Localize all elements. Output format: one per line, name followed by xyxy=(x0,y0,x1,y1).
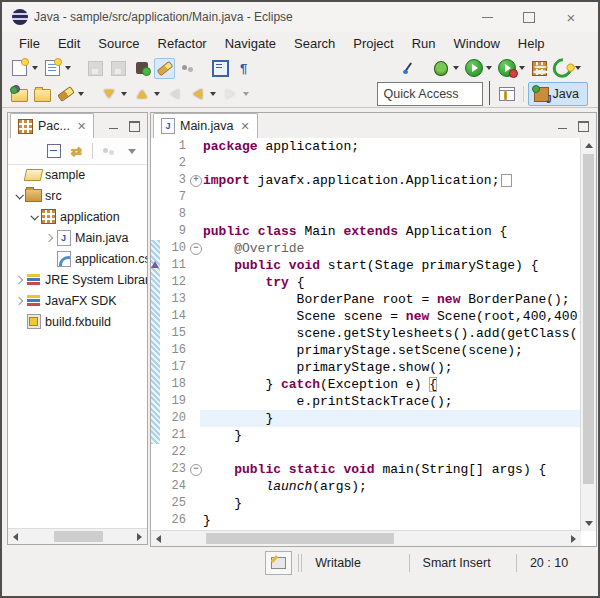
scroll-down-icon[interactable] xyxy=(581,516,596,531)
editor-minimize-button[interactable] xyxy=(558,122,570,132)
show-selected-element-button[interactable] xyxy=(210,58,231,79)
code-line-25[interactable]: 25 } xyxy=(151,495,581,512)
editor-horizontal-scrollbar[interactable] xyxy=(151,530,581,546)
code-line-15[interactable]: 15 scene.getStylesheets().add(getClass( xyxy=(151,325,581,342)
show-whitespace-button[interactable]: ¶ xyxy=(233,58,254,79)
fold-expanded-icon[interactable]: − xyxy=(190,464,202,476)
external-tools-dropdown-icon[interactable] xyxy=(575,66,581,70)
code-line-19[interactable]: 19 e.printStackTrace(); xyxy=(151,393,581,410)
new-dropdown-icon[interactable] xyxy=(32,66,38,70)
close-button[interactable]: × xyxy=(562,8,580,26)
code-line-14[interactable]: 14 Scene scene = new Scene(root,400,400)… xyxy=(151,308,581,325)
code-line-8[interactable]: 8 xyxy=(151,206,581,223)
code-area[interactable]: 1package application;23+import javafx.ap… xyxy=(151,138,581,531)
editor-scroll-thumb[interactable] xyxy=(206,533,394,544)
open-perspective-button[interactable] xyxy=(497,84,518,105)
collapse-all-button[interactable] xyxy=(43,141,64,162)
save-button[interactable] xyxy=(85,58,106,79)
line-number[interactable]: 11 xyxy=(160,257,189,274)
tab-package-explorer[interactable]: Pac... ✕ xyxy=(10,113,94,138)
code-line-3[interactable]: 3+import javafx.application.Application; xyxy=(151,172,581,189)
editor-scroll-right-icon[interactable] xyxy=(566,531,581,546)
new-wizard-button[interactable] xyxy=(42,58,63,79)
line-number[interactable]: 23 xyxy=(160,461,189,478)
menu-help[interactable]: Help xyxy=(509,34,554,53)
line-number[interactable]: 10 xyxy=(160,240,189,257)
tree-expander-icon[interactable] xyxy=(12,193,25,199)
code-line-13[interactable]: 13 BorderPane root = new BorderPane(); xyxy=(151,291,581,308)
tree-expander-icon[interactable] xyxy=(12,277,25,283)
tree-item-jre-system-library[interactable]: JRE System Library xyxy=(8,269,147,290)
fold-toggle[interactable]: + xyxy=(189,172,203,189)
line-number[interactable]: 9 xyxy=(160,223,189,240)
save-all-button[interactable] xyxy=(108,58,129,79)
scroll-up-icon[interactable] xyxy=(581,138,596,153)
line-number[interactable]: 18 xyxy=(160,376,189,393)
line-number[interactable]: 25 xyxy=(160,495,189,512)
menu-search[interactable]: Search xyxy=(285,34,344,53)
menu-navigate[interactable]: Navigate xyxy=(216,34,285,53)
tree-item-sample[interactable]: sample xyxy=(8,164,147,185)
menu-window[interactable]: Window xyxy=(445,34,509,53)
forward-button[interactable] xyxy=(220,84,241,105)
tab-close-icon[interactable]: ✕ xyxy=(77,120,86,133)
line-number[interactable]: 8 xyxy=(160,206,189,223)
tree-expander-icon[interactable] xyxy=(42,235,55,241)
tree-item-application[interactable]: application xyxy=(8,206,147,227)
code-line-11[interactable]: 11 public void start(Stage primaryStage)… xyxy=(151,257,581,274)
code-line-2[interactable]: 2 xyxy=(151,155,581,172)
next-annotation-button[interactable] xyxy=(98,84,119,105)
line-number[interactable]: 3 xyxy=(160,172,189,189)
previous-annotation-button[interactable] xyxy=(131,84,152,105)
code-line-12[interactable]: 12 try { xyxy=(151,274,581,291)
search-button[interactable] xyxy=(55,84,76,105)
code-line-22[interactable]: 22 xyxy=(151,444,581,461)
editor-vertical-scrollbar[interactable] xyxy=(580,138,596,531)
code-line-16[interactable]: 16 primaryStage.setScene(scene); xyxy=(151,342,581,359)
fold-expanded-icon[interactable]: − xyxy=(190,243,202,255)
line-number[interactable]: 17 xyxy=(160,359,189,376)
line-number[interactable]: 14 xyxy=(160,308,189,325)
menu-file[interactable]: File xyxy=(10,34,49,53)
external-tools-button[interactable] xyxy=(552,58,573,79)
tree-expander-icon[interactable] xyxy=(27,214,40,220)
line-number[interactable]: 22 xyxy=(160,444,189,461)
run-button[interactable] xyxy=(463,58,484,79)
line-number[interactable]: 19 xyxy=(160,393,189,410)
new-java-package-button[interactable] xyxy=(529,58,550,79)
last-edit-location-button[interactable] xyxy=(164,84,185,105)
line-number[interactable]: 7 xyxy=(160,189,189,206)
line-number[interactable]: 26 xyxy=(160,512,189,529)
code-line-24[interactable]: 24 launch(args); xyxy=(151,478,581,495)
menu-edit[interactable]: Edit xyxy=(49,34,89,53)
line-number[interactable]: 13 xyxy=(160,291,189,308)
tree-item-main-java[interactable]: JMain.java xyxy=(8,227,147,248)
open-type-button[interactable] xyxy=(9,84,30,105)
code-line-17[interactable]: 17 primaryStage.show(); xyxy=(151,359,581,376)
line-number[interactable]: 12 xyxy=(160,274,189,291)
link-with-editor-button[interactable]: ⇄ xyxy=(66,141,87,162)
sidebar-horizontal-scrollbar[interactable] xyxy=(8,528,147,544)
tree-item-build-fxbuild[interactable]: build.fxbuild xyxy=(8,311,147,332)
code-line-18[interactable]: 18 } catch(Exception e) { xyxy=(151,376,581,393)
view-minimize-button[interactable] xyxy=(109,122,121,132)
code-line-1[interactable]: 1package application; xyxy=(151,138,581,155)
run-last-dropdown-icon[interactable] xyxy=(519,66,525,70)
line-number[interactable]: 24 xyxy=(160,478,189,495)
focus-task-button[interactable] xyxy=(98,141,119,162)
search-dropdown-icon[interactable] xyxy=(78,92,84,96)
fold-toggle[interactable]: − xyxy=(189,240,203,257)
line-number[interactable]: 15 xyxy=(160,325,189,342)
back-dropdown-icon[interactable] xyxy=(210,92,216,96)
open-task-button[interactable] xyxy=(131,58,152,79)
code-line-23[interactable]: 23− public static void main(String[] arg… xyxy=(151,461,581,478)
maximize-button[interactable] xyxy=(520,8,538,26)
code-line-9[interactable]: 9public class Main extends Application { xyxy=(151,223,581,240)
forward-dropdown-icon[interactable] xyxy=(243,92,249,96)
menu-source[interactable]: Source xyxy=(89,34,148,53)
line-number[interactable]: 20 xyxy=(160,410,189,427)
run-dropdown-icon[interactable] xyxy=(486,66,492,70)
line-number[interactable]: 1 xyxy=(160,138,189,155)
tree-expander-icon[interactable] xyxy=(12,298,25,304)
next-annotation-dropdown-icon[interactable] xyxy=(121,92,127,96)
